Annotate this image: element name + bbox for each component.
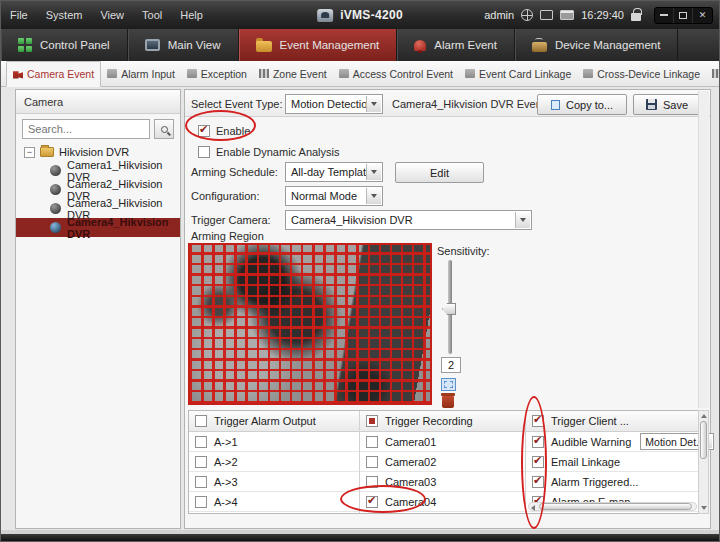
tab-camera-event[interactable]: Camera Event [6,61,101,87]
table-row[interactable]: A->2 [189,452,359,472]
tab-event-card-linkage[interactable]: Event Card Linkage [459,61,577,86]
nav-event-management[interactable]: Event Management [239,29,398,61]
trigger-recording-header-checkbox[interactable] [366,415,378,427]
table-row[interactable]: Camera03 [360,472,525,492]
tab-label: Exception [201,68,247,80]
row-checkbox[interactable] [532,476,544,488]
vertical-scrollbar-thumb[interactable] [700,421,707,459]
chevron-down-icon[interactable] [366,188,381,204]
row-label: Camera03 [385,476,436,488]
sensitivity-slider-handle[interactable] [442,303,456,315]
trigger-alarm-output-header-checkbox[interactable] [195,415,207,427]
copy-to-button[interactable]: Copy to... [537,94,627,115]
menu-file[interactable]: File [1,1,37,29]
tab-access-control-event[interactable]: Access Control Event [333,61,459,86]
main-view-icon [145,39,160,51]
nav-label: Event Management [280,39,380,51]
menu-tool[interactable]: Tool [133,1,171,29]
chevron-down-icon[interactable] [515,212,530,228]
scroll-down-icon[interactable] [701,506,707,510]
tab-exception[interactable]: Exception [181,61,253,86]
vertical-scrollbar[interactable] [698,410,709,514]
configuration-select[interactable]: Normal Mode [285,186,383,206]
edit-button[interactable]: Edit [395,162,484,183]
nav-main-view[interactable]: Main View [128,29,239,61]
titlebar-status-group: admin 16:29:40 ✕ [484,7,713,24]
table-row[interactable]: Camera02 [360,452,525,472]
tab-pyronix-control-panel-event[interactable]: Pyronix Control Panel Event [706,61,720,86]
title-bar: File System View Tool Help iVMS-4200 adm… [1,1,719,29]
scroll-up-icon[interactable] [701,414,707,418]
menu-help[interactable]: Help [171,1,212,29]
tree-node-camera4[interactable]: Camera4_Hikvision DVR [16,218,180,237]
row-checkbox[interactable] [366,456,378,468]
folder-icon [40,147,54,157]
nav-device-management[interactable]: Device Management [515,29,678,61]
arming-region-grid[interactable] [188,243,432,405]
row-checkbox[interactable] [366,476,378,488]
enable-checkbox[interactable] [198,125,210,137]
chevron-down-icon[interactable] [366,96,381,112]
minimize-icon [660,14,668,16]
close-button[interactable]: ✕ [693,8,712,23]
screen-status-icon[interactable] [540,10,553,20]
trigger-camera-value: Camera4_Hikvision DVR [291,214,413,226]
select-all-region-icon[interactable] [441,378,456,391]
event-tab-bar: Camera Event Alarm Input Exception Zone … [1,61,719,87]
row-checkbox[interactable] [532,456,544,468]
nav-alarm-event[interactable]: Alarm Event [397,29,515,61]
menu-system[interactable]: System [37,1,92,29]
cross-device-linkage-icon [583,69,593,78]
tab-label: Event Card Linkage [479,68,571,80]
horizontal-scrollbar-thumb[interactable] [539,503,692,510]
event-config-panel: Select Event Type: Motion Detection Came… [184,89,711,529]
row-checkbox[interactable] [195,436,207,448]
maximize-button[interactable] [674,8,693,23]
column-header-label: Trigger Client ... [551,415,629,427]
save-button[interactable]: Save [633,94,701,115]
sensitivity-value-field[interactable]: 2 [441,357,461,373]
trigger-camera-select[interactable]: Camera4_Hikvision DVR [285,210,532,230]
table-row[interactable]: A->3 [189,472,359,492]
search-button[interactable] [154,119,174,139]
table-row[interactable]: Camera01 [360,432,525,452]
tab-cross-device-linkage[interactable]: Cross-Device Linkage [577,61,706,86]
camera04-checkbox[interactable] [366,496,378,508]
table-row-camera04[interactable]: Camera04 [360,492,525,512]
table-row[interactable]: A->4 [189,492,359,512]
tab-alarm-input[interactable]: Alarm Input [101,61,181,86]
table-row-audible-warning[interactable]: Audible Warning Motion Det... [526,432,699,452]
table-row-email-linkage[interactable]: Email Linkage [526,452,699,472]
row-checkbox[interactable] [195,496,207,508]
row-checkbox[interactable] [366,436,378,448]
enable-dynamic-analysis-checkbox[interactable] [198,146,210,158]
table-row[interactable]: A->1 [189,432,359,452]
event-type-select[interactable]: Motion Detection [285,94,383,114]
chevron-down-icon[interactable] [366,164,381,180]
row-checkbox[interactable] [532,436,544,448]
row-checkbox[interactable] [195,476,207,488]
trigger-client-header-checkbox[interactable] [532,415,544,427]
collapse-icon[interactable]: − [24,147,35,158]
nav-control-panel[interactable]: Control Panel [1,29,128,61]
select-event-type-label: Select Event Type: [191,98,283,110]
row-label: Camera04 [385,496,436,508]
search-icon [161,126,168,133]
clear-region-icon[interactable] [442,396,454,408]
event-management-icon [256,41,272,52]
memory-status-icon[interactable] [560,10,574,20]
minimize-button[interactable] [655,8,674,23]
dome-camera-icon [50,184,61,195]
arming-schedule-value: All-day Template [291,166,372,178]
row-checkbox[interactable] [195,456,207,468]
network-status-icon[interactable] [521,9,533,21]
scroll-left-icon[interactable] [531,505,535,511]
menu-view[interactable]: View [91,1,133,29]
lock-icon[interactable] [631,13,641,21]
arming-schedule-select[interactable]: All-day Template [285,162,383,182]
panel-scrollbar-track[interactable] [698,91,709,408]
search-input[interactable] [22,119,150,139]
table-row-alarm-triggered[interactable]: Alarm Triggered... [526,472,699,492]
horizontal-scrollbar[interactable] [528,502,697,511]
tab-zone-event[interactable]: Zone Event [253,61,333,86]
